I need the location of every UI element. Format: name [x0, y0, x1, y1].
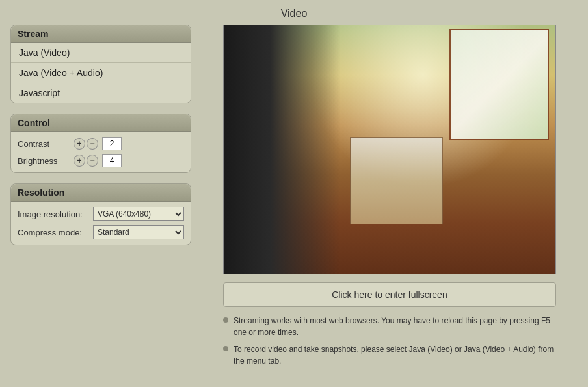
info-item-1: Streaming works with most web browsers. … — [223, 315, 556, 338]
resolution-header: Resolution — [11, 184, 191, 202]
stream-item-java-video-audio[interactable]: Java (Video + Audio) — [11, 63, 191, 83]
stream-panel: Stream Java (Video) Java (Video + Audio)… — [10, 25, 191, 103]
brightness-label: Brightness — [18, 156, 70, 166]
brightness-value[interactable] — [102, 154, 122, 167]
right-panel: Click here to enter fullscreen Streaming… — [202, 25, 578, 372]
fullscreen-button[interactable]: Click here to enter fullscreen — [223, 282, 556, 307]
contrast-increase-button[interactable]: + — [74, 138, 85, 150]
scene-cctv-box — [350, 137, 443, 224]
compress-mode-label: Compress mode: — [18, 228, 89, 237]
stream-item-javascript[interactable]: Javascript — [11, 83, 191, 103]
info-text-2: To record video and take snapshots, plea… — [234, 343, 556, 367]
control-panel: Control Contrast + − Brightness + − — [10, 114, 191, 173]
scene-dark-left — [224, 25, 340, 274]
compress-mode-row: Compress mode: Standard High Low — [18, 225, 184, 239]
control-grid: Contrast + − Brightness + − — [11, 132, 191, 172]
scene-window — [449, 29, 549, 140]
stream-header: Stream — [11, 25, 191, 43]
contrast-decrease-button[interactable]: − — [87, 138, 98, 150]
bullet-icon-1 — [223, 317, 228, 323]
brightness-decrease-button[interactable]: − — [87, 155, 98, 167]
stream-list: Java (Video) Java (Video + Audio) Javasc… — [11, 43, 191, 103]
image-resolution-row: Image resolution: VGA (640x480) QVGA (32… — [18, 207, 184, 221]
image-resolution-label: Image resolution: — [18, 209, 89, 219]
left-panel: Stream Java (Video) Java (Video + Audio)… — [10, 25, 191, 372]
info-section: Streaming works with most web browsers. … — [223, 315, 556, 372]
video-feed — [223, 25, 556, 274]
compress-mode-select[interactable]: Standard High Low — [93, 225, 184, 239]
stream-item-java-video[interactable]: Java (Video) — [11, 43, 191, 63]
contrast-buttons: + − — [74, 138, 98, 150]
brightness-buttons: + − — [74, 155, 98, 167]
contrast-label: Contrast — [18, 139, 70, 149]
contrast-value[interactable] — [102, 137, 122, 150]
resolution-grid: Image resolution: VGA (640x480) QVGA (32… — [11, 202, 191, 245]
contrast-row: Contrast + − — [18, 137, 184, 150]
control-header: Control — [11, 114, 191, 132]
page-title: Video — [0, 0, 588, 25]
resolution-panel: Resolution Image resolution: VGA (640x48… — [10, 183, 191, 245]
image-resolution-select[interactable]: VGA (640x480) QVGA (320x240) QQVGA (160x… — [93, 207, 184, 221]
bullet-icon-2 — [223, 346, 228, 351]
info-text-1: Streaming works with most web browsers. … — [234, 315, 556, 338]
brightness-increase-button[interactable]: + — [74, 155, 85, 167]
info-item-2: To record video and take snapshots, plea… — [223, 343, 556, 367]
brightness-row: Brightness + − — [18, 154, 184, 167]
